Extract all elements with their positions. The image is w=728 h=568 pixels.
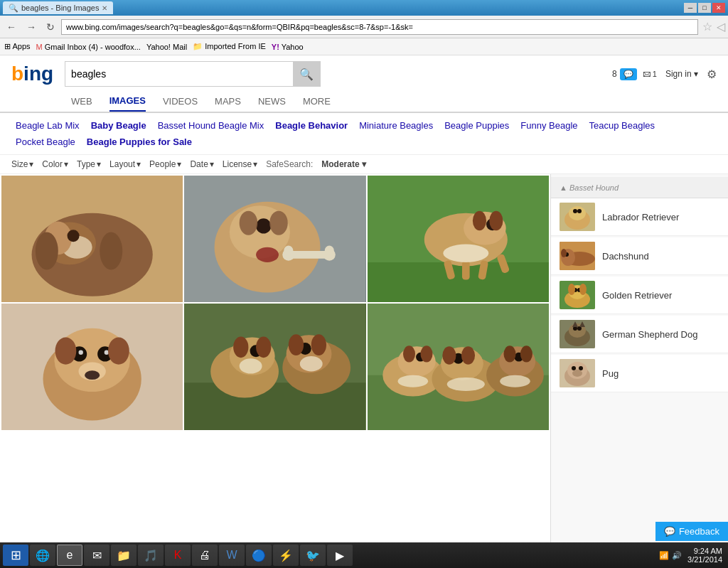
taskbar-chrome[interactable]: 🔵 <box>246 545 272 566</box>
svg-point-54 <box>311 334 326 355</box>
svg-point-42 <box>85 370 100 380</box>
bookmark-list-icon[interactable]: ◁ <box>717 20 725 33</box>
svg-point-79 <box>569 206 586 220</box>
yahoo-mail-bookmark[interactable]: Yahoo! Mail <box>146 43 187 51</box>
size-filter[interactable]: Size ▾ <box>11 159 33 169</box>
minimize-button[interactable]: ─ <box>684 3 697 13</box>
title-bar: 🔍 beagles - Bing Images ✕ ─ □ ✕ <box>0 0 728 16</box>
suggestion-beagle-behavior[interactable]: Beagle Behavior <box>271 119 352 132</box>
suggestion-beagle-puppies[interactable]: Beagle Puppies <box>440 119 513 132</box>
date-filter[interactable]: Date ▾ <box>190 159 213 169</box>
taskbar-bird[interactable]: 🐦 <box>300 545 326 566</box>
image-cell-4[interactable] <box>1 304 183 430</box>
signin-button[interactable]: Sign in ▾ <box>665 69 698 79</box>
tab-maps[interactable]: MAPS <box>215 96 241 111</box>
tab-more[interactable]: MORE <box>303 96 331 111</box>
type-filter[interactable]: Type ▾ <box>77 159 101 169</box>
suggestion-teacup-beagles[interactable]: Teacup Beagles <box>585 119 660 132</box>
svg-point-11 <box>256 218 271 233</box>
taskbar-right: 📶 🔊 9:24 AM 3/21/2014 <box>659 547 725 564</box>
taskbar-media2[interactable]: ▶ <box>327 545 353 566</box>
sidebar-thumb-german <box>560 320 595 348</box>
taskbar-ie[interactable]: 🌐 <box>30 545 55 566</box>
settings-button[interactable]: ⚙ <box>707 68 717 81</box>
tab-news[interactable]: NEWS <box>258 96 286 111</box>
svg-rect-14 <box>290 251 328 259</box>
bookmark-star-icon[interactable]: ☆ <box>702 20 712 33</box>
search-button[interactable]: 🔍 <box>293 62 320 86</box>
imported-bookmark[interactable]: 📁 Imported From IE <box>193 42 266 51</box>
taskbar-printer[interactable]: 🖨 <box>192 545 218 566</box>
license-filter[interactable]: License ▾ <box>223 159 257 169</box>
system-icons: 📶 🔊 <box>659 551 682 560</box>
sidebar-item-golden[interactable]: Golden Retriever <box>551 277 728 314</box>
image-cell-5[interactable] <box>184 304 365 430</box>
nav-tabs: WEB IMAGES VIDEOS MAPS NEWS MORE <box>0 92 728 113</box>
suggestion-baby-beagle[interactable]: Baby Beagle <box>87 119 151 132</box>
yahoo-bookmark[interactable]: Y! Yahoo <box>272 43 304 51</box>
start-button[interactable]: ⊞ <box>3 545 28 566</box>
suggestion-funny-beagle[interactable]: Funny Beagle <box>516 119 582 132</box>
svg-point-63 <box>420 345 432 362</box>
refresh-button[interactable]: ↻ <box>43 19 58 35</box>
header-right: 8 💬 🖂 1 Sign in ▾ ⚙ <box>612 68 717 81</box>
image-cell-3[interactable] <box>368 176 549 302</box>
svg-point-55 <box>240 358 262 373</box>
taskbar-word[interactable]: W <box>219 545 245 566</box>
svg-point-81 <box>577 209 582 213</box>
apps-bookmark[interactable]: ⊞ Apps <box>4 42 31 51</box>
gmail-bookmark[interactable]: M Gmail Inbox (4) - woodfox... <box>36 43 141 51</box>
address-bar: ← → ↻ ☆ ◁ <box>0 16 728 38</box>
layout-filter[interactable]: Layout ▾ <box>109 159 141 169</box>
feedback-icon: 💬 <box>664 526 675 537</box>
address-input[interactable] <box>61 19 698 35</box>
image-cell-6[interactable] <box>368 304 549 430</box>
folder-icon: 📁 <box>193 42 203 50</box>
clock: 9:24 AM 3/21/2014 <box>687 547 722 564</box>
bing-logo: bing <box>11 63 53 85</box>
forward-button[interactable]: → <box>23 19 40 35</box>
gmail-icon: M <box>36 43 43 51</box>
sidebar-item-german-shepherd[interactable]: German Shepherd Dog <box>551 316 728 353</box>
svg-point-74 <box>397 375 428 387</box>
taskbar-antivirus[interactable]: K <box>165 545 191 566</box>
svg-point-13 <box>270 211 289 235</box>
svg-point-26 <box>489 211 503 231</box>
suggestion-pocket-beagle[interactable]: Pocket Beagle <box>11 135 80 149</box>
taskbar-outlook[interactable]: ✉ <box>84 545 109 566</box>
suggestion-basset-hound[interactable]: Basset Hound Beagle Mix <box>154 119 269 132</box>
search-input[interactable] <box>65 62 293 86</box>
color-filter[interactable]: Color ▾ <box>42 159 68 169</box>
tab-close-btn[interactable]: ✕ <box>102 4 107 12</box>
image-cell-1[interactable] <box>1 176 183 302</box>
chat-icon[interactable]: 💬 <box>620 68 637 80</box>
tab-web[interactable]: WEB <box>71 96 92 111</box>
taskbar-flash[interactable]: ⚡ <box>273 545 299 566</box>
main-content: ▲ Basset Hound Labrador Retriever <box>0 174 728 553</box>
taskbar-files[interactable]: 📁 <box>111 545 136 566</box>
tab-images[interactable]: IMAGES <box>109 95 146 112</box>
tab-favicon: 🔍 <box>9 4 18 13</box>
suggestion-beagle-lab-mix[interactable]: Beagle Lab Mix <box>11 119 84 132</box>
browser-tab[interactable]: 🔍 beagles - Bing Images ✕ <box>3 1 113 14</box>
suggestion-miniature-beagles[interactable]: Miniature Beagles <box>355 119 437 132</box>
image-cell-2[interactable] <box>184 176 365 302</box>
safesearch-value[interactable]: Moderate ▾ <box>321 159 366 169</box>
back-button[interactable]: ← <box>3 19 20 35</box>
close-button[interactable]: ✕ <box>712 3 725 13</box>
suggestion-pills: Beagle Lab Mix Baby Beagle Basset Hound … <box>0 113 728 155</box>
suggestion-puppies-for-sale[interactable]: Beagle Puppies for Sale <box>82 135 196 149</box>
tab-videos[interactable]: VIDEOS <box>163 96 198 111</box>
sidebar-item-pug[interactable]: Pug <box>551 355 728 392</box>
svg-point-86 <box>561 249 567 257</box>
sidebar-item-dachshund[interactable]: Dachshund <box>551 237 728 275</box>
taskbar-media[interactable]: 🎵 <box>138 545 164 566</box>
image-grid <box>0 174 550 553</box>
feedback-button[interactable]: 💬 Feedback <box>655 522 728 541</box>
people-filter[interactable]: People ▾ <box>149 159 181 169</box>
maximize-button[interactable]: □ <box>698 3 711 13</box>
taskbar-browser[interactable]: e <box>57 545 82 566</box>
sidebar-item-labrador[interactable]: Labrador Retriever <box>551 198 728 236</box>
taskbar: ⊞ 🌐 e ✉ 📁 🎵 K 🖨 W 🔵 ⚡ 🐦 ▶ 📶 🔊 9:24 AM 3/… <box>0 542 728 568</box>
safesearch-label: SafeSearch: <box>266 159 313 169</box>
